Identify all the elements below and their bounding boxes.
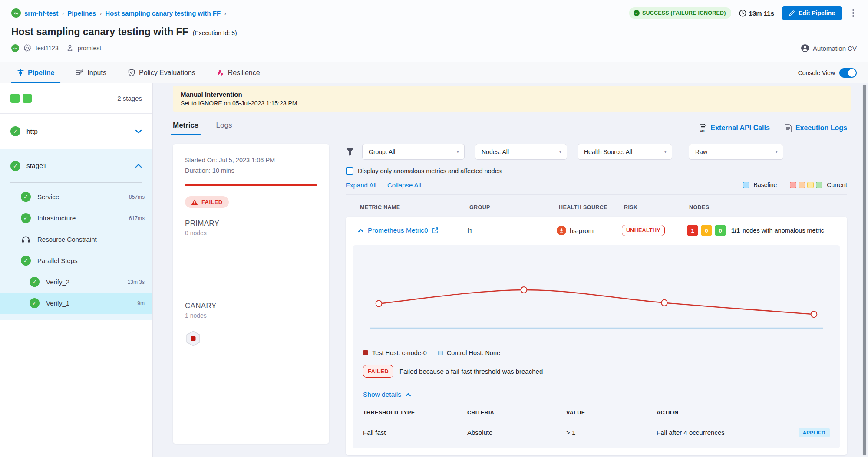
execution-id: (Execution Id: 5)	[193, 30, 237, 36]
metrics-table-header: METRIC NAME GROUP HEALTH SOURCE RISK NOD…	[346, 195, 847, 217]
risk-badge: UNHEALTHY	[622, 225, 665, 236]
service-name[interactable]: test1123	[36, 45, 59, 52]
expand-all-link[interactable]: Expand All	[346, 181, 376, 189]
user-name[interactable]: Automation CV	[813, 45, 857, 52]
stage-status-square-icon	[10, 94, 20, 103]
anomalous-only-checkbox[interactable]	[346, 167, 353, 175]
clock-icon	[739, 10, 746, 17]
show-details-link[interactable]: Show details	[363, 391, 830, 398]
scrollbar-thumb[interactable]	[863, 85, 866, 455]
document-icon	[785, 124, 792, 132]
step-label: Infrastructure	[37, 214, 76, 222]
external-api-calls-link[interactable]: API External API Calls	[699, 124, 770, 132]
sidebar-step-resource-constraint[interactable]: Resource Constraint	[0, 229, 152, 250]
canary-node-hexagon-icon[interactable]	[185, 330, 201, 347]
edit-pipeline-button[interactable]: Edit Pipeline	[782, 6, 842, 20]
execution-logs-link[interactable]: Execution Logs	[785, 124, 847, 132]
chevron-up-icon[interactable]	[135, 164, 142, 168]
external-link-icon[interactable]	[432, 227, 438, 233]
health-source-value: hs-prom	[570, 227, 594, 234]
metric-chart	[363, 253, 830, 345]
execution-header: ∞ srm-hf-test › Pipelines › Host samplin…	[0, 0, 868, 62]
health-source-filter-select[interactable]: Health Source: All ▾	[578, 144, 672, 160]
baseline-label: Baseline	[754, 181, 777, 188]
primary-node-count: 0 nodes	[185, 230, 317, 237]
breadcrumb-pipeline-name[interactable]: Host sampling canary testing with FF	[105, 10, 221, 17]
data-mode-value: Raw	[695, 148, 770, 155]
filter-funnel-icon[interactable]	[346, 148, 354, 156]
tab-resilience-label: Resilience	[228, 69, 260, 77]
stage-label: stage1	[26, 162, 47, 170]
nodes-fraction-text: nodes with anomalous metric	[743, 227, 824, 234]
sidebar-stage-http[interactable]: ✓ http	[0, 114, 152, 149]
tab-policy-evaluations[interactable]: Policy Evaluations	[122, 62, 201, 83]
anomalous-node-count-badge: 1	[687, 225, 698, 236]
healthy-node-count-badge: 0	[715, 225, 726, 236]
breadcrumb-separator: ›	[62, 10, 64, 17]
environment-name[interactable]: promtest	[78, 45, 101, 52]
column-header-risk: RISK	[624, 204, 689, 210]
external-api-calls-label: External API Calls	[711, 124, 770, 132]
metric-detail-panel: Test Host: c-node-0 Control Host: None F…	[353, 245, 840, 448]
pipeline-icon	[17, 69, 24, 76]
metric-table-row[interactable]: Prometheus Metric0 f1 hs-prom UNHEALTHY	[346, 217, 847, 244]
column-header-metric-name: METRIC NAME	[360, 204, 469, 210]
sidebar-step-verify-1[interactable]: ✓ Verify_1 9m	[0, 293, 152, 314]
api-document-icon: API	[699, 124, 707, 132]
group-filter-select[interactable]: Group: All ▾	[362, 144, 465, 160]
headphones-icon	[21, 235, 31, 244]
execution-logs-label: Execution Logs	[795, 124, 847, 132]
sidebar-stage-stage1[interactable]: ✓ stage1	[0, 149, 152, 182]
step-label: Verify_1	[46, 299, 69, 307]
execution-duration-label: 13m 11s	[749, 10, 774, 17]
column-header-health-source: HEALTH SOURCE	[559, 204, 624, 210]
tab-logs[interactable]: Logs	[216, 121, 232, 135]
current-label: Current	[827, 181, 847, 188]
nodes-filter-select[interactable]: Nodes: All ▾	[475, 144, 567, 160]
chevron-down-icon[interactable]	[135, 129, 142, 134]
console-view-label: Console View	[798, 69, 835, 76]
nodes-filter-value: Nodes: All	[482, 148, 554, 155]
execution-sidebar: 2 stages ✓ http ✓ stage1 ✓ Service 857ms	[0, 83, 153, 457]
nodes-fraction: 1/1	[731, 227, 740, 234]
stage-label: http	[26, 128, 38, 135]
breadcrumb-separator: ›	[224, 10, 226, 17]
metric-name-link[interactable]: Prometheus Metric0	[368, 227, 428, 234]
canary-node-count: 1 nodes	[185, 312, 317, 319]
user-icon	[801, 44, 809, 53]
collapse-chevron-up-icon[interactable]	[358, 229, 364, 233]
tab-inputs-label: Inputs	[87, 69, 106, 77]
sidebar-step-infrastructure[interactable]: ✓ Infrastructure 617ms	[0, 207, 152, 229]
column-header-criteria: CRITERIA	[467, 410, 566, 416]
column-header-nodes: NODES	[689, 204, 835, 210]
metric-chart-svg	[363, 253, 830, 345]
sidebar-step-service[interactable]: ✓ Service 857ms	[0, 186, 152, 207]
failed-message: Failed because a fail-fast threshold was…	[399, 368, 543, 375]
breadcrumb-pipelines[interactable]: Pipelines	[67, 10, 96, 17]
threshold-table-header: THRESHOLD TYPE CRITERIA VALUE ACTION	[363, 410, 830, 421]
tab-inputs[interactable]: Inputs	[70, 62, 112, 83]
verification-summary-card: Started On: Jul 5, 2023 1:06 PM Duration…	[173, 144, 329, 444]
console-view-toggle[interactable]	[839, 68, 857, 78]
tab-logs-label: Logs	[216, 121, 232, 129]
more-options-menu[interactable]	[850, 7, 857, 19]
breadcrumb-project[interactable]: srm-hf-test	[24, 10, 58, 17]
control-host-label: Control Host: None	[447, 349, 500, 356]
duration: Duration: 10 mins	[185, 165, 317, 176]
tab-metrics[interactable]: Metrics	[173, 121, 199, 135]
prometheus-icon	[557, 226, 566, 235]
stage-count-row: 2 stages	[0, 83, 152, 114]
column-header-group: GROUP	[469, 204, 559, 210]
collapse-all-link[interactable]: Collapse All	[387, 181, 421, 189]
tab-resilience[interactable]: Resilience	[211, 62, 266, 83]
resilience-chaos-icon	[217, 69, 224, 76]
divider	[382, 181, 382, 189]
sidebar-step-verify-2[interactable]: ✓ Verify_2 13m 3s	[0, 271, 152, 293]
column-header-action: ACTION	[657, 410, 830, 416]
data-mode-select[interactable]: Raw ▾	[689, 144, 783, 160]
sidebar-step-parallel-steps[interactable]: ✓ Parallel Steps	[0, 250, 152, 271]
group-filter-value: Group: All	[369, 148, 451, 155]
harness-logo-icon: ∞	[11, 8, 21, 18]
tab-pipeline[interactable]: Pipeline	[11, 62, 60, 83]
status-badge-label: SUCCESS (FAILURE IGNORED)	[642, 10, 726, 16]
